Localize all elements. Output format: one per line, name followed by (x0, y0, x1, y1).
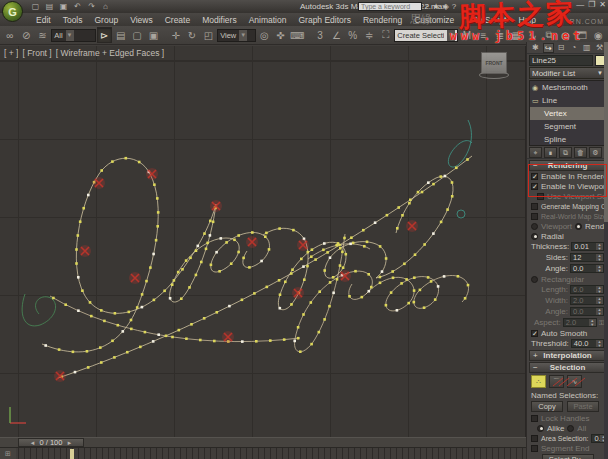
spinner-snap-icon[interactable]: ≑ (362, 27, 377, 43)
time-slider-handle[interactable]: ◄ 0 / 100 ► (18, 438, 84, 447)
auto-smooth-checkbox[interactable]: ✓ (531, 330, 538, 337)
percent-snap-icon[interactable]: % (345, 27, 360, 43)
material-editor-icon[interactable]: ◍ (558, 27, 573, 43)
spline-word-dream[interactable] (42, 156, 472, 378)
radial-radio-row[interactable]: Radial (527, 231, 608, 241)
save-file-icon[interactable]: ▣ (58, 2, 69, 11)
spline-flourish[interactable] (22, 294, 55, 326)
render-setup-icon[interactable]: 🗔 (574, 27, 589, 43)
bind-to-spacewarp-icon[interactable]: ≋ (35, 27, 50, 43)
area-selection-checkbox[interactable] (531, 435, 538, 442)
named-selection-set-select[interactable]: Create Selection Set▼ (394, 29, 458, 42)
schematic-view-icon[interactable]: ⧉ (541, 27, 556, 43)
time-slider[interactable]: ◄ 0 / 100 ► (0, 437, 526, 447)
select-and-rotate-icon[interactable]: ↻ (184, 27, 199, 43)
project-folder-icon[interactable]: ⌂ (100, 2, 111, 11)
aspect-spinner[interactable]: 2.0▲▼ (563, 318, 597, 327)
segment-end-checkbox[interactable] (531, 445, 538, 452)
viewcube[interactable]: FRONT (479, 52, 509, 86)
rectangular-selection-icon[interactable]: ▢ (129, 27, 144, 43)
render-production-icon[interactable]: ◉ (591, 27, 606, 43)
restore-button[interactable]: ❐ (588, 0, 595, 9)
rectangular-radio-row[interactable]: Rectangular (527, 274, 608, 284)
open-file-icon[interactable]: ▤ (44, 2, 55, 11)
angle-spinner[interactable]: 0.0▲▼ (570, 264, 604, 273)
menu-graph-editors[interactable]: Graph Editors (292, 14, 356, 26)
all-radio[interactable] (567, 425, 574, 432)
prev-frame-icon[interactable]: ◄ (30, 440, 36, 446)
star-icon[interactable]: ★ (432, 2, 439, 11)
modifier-enable-icon[interactable]: ◉ (532, 84, 540, 92)
timeline-options-icon[interactable]: ⊞ (0, 448, 16, 459)
search-input[interactable] (358, 2, 422, 11)
selected-vertex-marks[interactable] (54, 168, 418, 382)
rectangular-radio[interactable] (531, 276, 538, 283)
tab-hierarchy-icon[interactable]: ⊟ (556, 43, 567, 53)
menu-help[interactable]: Help (512, 14, 541, 26)
rollout-interpolation-header[interactable]: +Interpolation (529, 350, 606, 361)
viewport-pov-menu[interactable]: [ Front ] (22, 48, 51, 58)
tab-motion-icon[interactable]: ◔ (569, 43, 580, 53)
spline-canvas[interactable] (0, 46, 526, 437)
select-and-scale-icon[interactable]: ◰ (201, 27, 216, 43)
window-crossing-icon[interactable]: ▣ (146, 27, 161, 43)
segment-end-row[interactable]: Segment End (527, 443, 608, 453)
graphite-ribbon-icon[interactable]: ▦ (509, 27, 524, 43)
lock-handles-checkbox[interactable] (531, 415, 538, 422)
viewcube-ring[interactable] (479, 71, 509, 79)
named-selection-sets-icon[interactable]: ⛶ (378, 27, 393, 43)
vertex-markers[interactable] (44, 157, 469, 378)
copy-button[interactable]: Copy (531, 401, 563, 412)
layer-manager-icon[interactable]: ≣ (492, 27, 507, 43)
modifier-list-dropdown[interactable]: Modifier List▼ (529, 67, 606, 79)
search-icon[interactable]: ⌕ (425, 1, 429, 11)
select-object-icon[interactable]: ⊳ (97, 27, 112, 43)
real-world-row[interactable]: Real-World Map Size (527, 211, 608, 221)
reference-coordinate-select[interactable]: View▼ (217, 29, 256, 42)
menu-group[interactable]: Group (89, 14, 125, 26)
tab-create-icon[interactable]: ✱ (530, 43, 541, 53)
pin-stack-icon[interactable]: ⌖ (529, 147, 542, 158)
vertex-subobject-button[interactable]: ∴ (531, 375, 546, 388)
spline-word-free[interactable] (50, 234, 469, 352)
application-menu-logo[interactable]: G (2, 1, 23, 22)
stack-item-meshsmooth[interactable]: ◉ Meshsmooth (530, 81, 605, 94)
tab-display-icon[interactable]: ▥ (581, 43, 592, 53)
length-spinner[interactable]: 6.0▲▼ (570, 285, 604, 294)
select-and-manipulate-icon[interactable]: ✜ (273, 27, 288, 43)
menu-views[interactable]: Views (124, 14, 159, 26)
menu-edit[interactable]: Edit (30, 14, 57, 26)
lock-handles-row[interactable]: Lock Handles (527, 413, 608, 423)
menu-rendering[interactable]: Rendering (357, 14, 408, 26)
sides-spinner[interactable]: 12▲▼ (570, 253, 604, 262)
real-world-checkbox[interactable] (531, 213, 538, 220)
new-scene-icon[interactable]: ▢ (30, 2, 41, 11)
selection-filter-select[interactable]: All▼ (51, 29, 95, 42)
select-and-move-icon[interactable]: ✛ (168, 27, 183, 43)
menu-modifiers[interactable]: Modifiers (196, 14, 242, 26)
select-by-button[interactable]: Select By... (542, 454, 594, 459)
area-selection-row[interactable]: Area Selection: 0.1▲▼ (527, 433, 608, 443)
curve-editor-icon[interactable]: ∿ (525, 27, 540, 43)
close-button[interactable]: ✕ (599, 0, 606, 9)
undo-icon[interactable]: ↶ (72, 2, 83, 11)
select-by-name-icon[interactable]: ▤ (113, 27, 128, 43)
menu-tools[interactable]: Tools (57, 14, 89, 26)
menu-create[interactable]: Create (159, 14, 197, 26)
stack-subobject-vertex[interactable]: Vertex (530, 107, 605, 120)
redo-icon[interactable]: ↷ (86, 2, 97, 11)
menu-customize[interactable]: Customize (408, 14, 460, 26)
menu-maxscript[interactable]: MAXScript (460, 14, 512, 26)
rollout-selection-header[interactable]: −Selection (529, 362, 606, 373)
threshold-spinner[interactable]: 40.0▲▼ (571, 339, 604, 348)
stack-subobject-spline[interactable]: Spline (530, 133, 605, 146)
mirror-icon[interactable]: M (459, 27, 474, 43)
paste-button[interactable]: Paste (567, 401, 599, 412)
minimize-button[interactable]: — (576, 0, 584, 9)
angle2-spinner[interactable]: 0.0▲▼ (570, 307, 604, 316)
spline-exclamation[interactable] (448, 120, 472, 218)
radial-radio[interactable] (531, 233, 538, 240)
width-spinner[interactable]: 2.0▲▼ (570, 296, 604, 305)
generate-mapping-row[interactable]: Generate Mapping Coords. (527, 201, 608, 211)
auto-smooth-row[interactable]: ✓ Auto Smooth (527, 328, 608, 338)
